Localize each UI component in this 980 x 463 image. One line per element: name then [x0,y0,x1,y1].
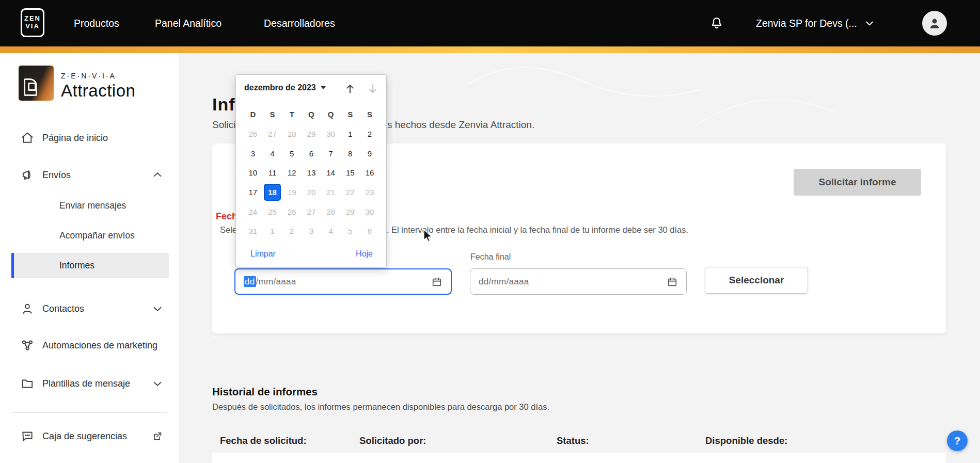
calendar-day[interactable]: 27 [302,202,321,221]
calendar-day-number: 18 [264,184,281,201]
sidebar-item-automaciones[interactable]: Automaciones de marketing [0,333,179,358]
calendar-day[interactable]: 29 [302,124,321,144]
calendar-day-number: 29 [342,203,359,220]
calendar-day[interactable]: 26 [243,124,263,144]
nav-item-panel-analitico[interactable]: Panel Analítico [155,0,222,46]
calendar-day[interactable]: 2 [360,124,380,144]
calendar-day[interactable]: 23 [360,183,380,202]
calendar-day[interactable]: 15 [340,163,360,183]
calendar-clear-link[interactable]: Limpar [250,249,276,259]
calendar-day[interactable]: 13 [302,163,321,183]
chevron-down-icon[interactable] [152,303,163,314]
fecha-final-label: Fecha final [470,252,511,262]
calendar-day[interactable]: 21 [321,183,341,202]
app-window: ZEN VIA Productos Panel Analítico Desarr… [0,0,980,463]
history-subtitle: Después de solicitados, los informes per… [212,402,549,412]
attraction-brand-text: Z·E·N·V·I·A Attraction [61,66,135,101]
calendar-day-number: 22 [342,184,359,201]
calendar-day[interactable]: 19 [282,183,302,202]
calendar-picker-icon[interactable] [667,276,678,288]
calendar-day[interactable]: 31 [243,221,263,241]
seleccionar-button[interactable]: Seleccionar [705,267,808,294]
sidebar-divider [12,412,167,413]
calendar-day-number: 26 [283,203,301,220]
calendar-day-number: 20 [303,184,320,201]
calendar-day[interactable]: 4 [321,221,341,241]
calendar-day[interactable]: 6 [302,144,321,164]
sidebar-item-envios[interactable]: Envíos [0,163,179,187]
calendar-day[interactable]: 9 [360,144,380,164]
calendar-day[interactable]: 26 [282,202,302,221]
calendar-day[interactable]: 1 [263,221,282,241]
calendar-month-selector[interactable]: dezembro de 2023 [244,83,326,92]
calendar-day-number: 30 [322,125,339,142]
calendar-day-header: T [282,107,302,121]
calendar-day-number: 31 [244,222,261,240]
calendar-day[interactable]: 4 [263,144,282,164]
calendar-day-number: 14 [322,164,339,181]
help-button[interactable]: ? [947,430,968,451]
calendar-day[interactable]: 24 [243,202,263,221]
calendar-day[interactable]: 5 [282,144,302,164]
attraction-brand[interactable]: Z·E·N·V·I·A Attraction [19,66,135,101]
calendar-day[interactable]: 20 [302,183,321,202]
zenvia-logo[interactable]: ZEN VIA [21,8,44,37]
calendar-day[interactable]: 28 [321,202,341,221]
notifications-bell-icon[interactable] [709,16,724,30]
sidebar-subitem-acompanar-envios[interactable]: Acompañar envíos [11,223,169,248]
sidebar-item-plantillas[interactable]: Plantillas de mensaje [0,371,179,396]
calendar-day[interactable]: 12 [282,163,302,183]
calendar-day-header: S [263,107,282,121]
sidebar-item-contactos[interactable]: Contactos [0,296,179,321]
sidebar-subitem-informes-active[interactable]: Informes [11,253,169,278]
calendar-day[interactable]: 3 [243,144,263,164]
calendar-day[interactable]: 30 [360,202,380,221]
calendar-day[interactable]: 28 [282,124,302,144]
sidebar-item-caja-de-sugerencias[interactable]: Caja de sugerencias [0,424,179,449]
calendar-day[interactable]: 30 [321,124,341,144]
calendar-day[interactable]: 7 [321,144,341,164]
sidebar-item-label: Página de inicio [42,133,108,143]
fecha-inicial-input[interactable]: dd/mm/aaaa [234,268,452,295]
calendar-day[interactable]: 17 [243,183,263,202]
sidebar-subitem-label: Informes [59,260,94,271]
date-segment-day-selected[interactable]: dd [244,276,256,287]
nav-item-productos[interactable]: Productos [74,0,119,46]
calendar-day[interactable]: 6 [360,221,380,241]
calendar-day[interactable]: 5 [340,221,360,241]
automation-nodes-icon [21,339,34,352]
calendar-day[interactable]: 25 [263,202,282,221]
calendar-day[interactable]: 1 [340,124,360,144]
chevron-down-icon[interactable] [152,378,163,389]
calendar-month-label: dezembro de 2023 [244,83,316,92]
nav-item-desarrolladores[interactable]: Desarrolladores [264,0,335,46]
account-switcher[interactable]: Zenvia SP for Devs (... [756,0,875,46]
calendar-day-number: 4 [322,222,339,240]
calendar-day[interactable]: 14 [321,163,341,183]
user-avatar[interactable] [922,11,947,36]
calendar-day[interactable]: 29 [340,202,360,221]
calendar-day[interactable]: 27 [263,124,282,144]
calendar-picker-icon[interactable] [431,276,442,288]
calendar-day[interactable]: 8 [340,144,360,164]
sidebar-item-pagina-de-inicio[interactable]: Página de inicio [0,125,179,150]
calendar-next-month-button[interactable] [366,82,380,95]
calendar-day[interactable]: 10 [243,163,263,183]
chevron-up-icon[interactable] [152,169,163,181]
fecha-final-placeholder: dd/mm/aaaa [479,277,529,287]
calendar-day[interactable]: 2 [282,221,302,241]
fecha-final-input[interactable]: dd/mm/aaaa [470,268,687,295]
sidebar-subitem-enviar-mensajes[interactable]: Enviar mensajes [11,193,169,218]
sidebar-subitem-label: Acompañar envíos [59,230,135,241]
calendar-day[interactable]: 3 [302,221,321,241]
calendar-day[interactable]: 11 [263,163,282,183]
solicitar-informe-button[interactable]: Solicitar informe [794,169,921,196]
calendar-day-number: 15 [342,164,359,181]
calendar-day-selected[interactable]: 18 [263,183,282,202]
date-segment-rest[interactable]: /mm/aaaa [256,277,296,286]
calendar-today-link[interactable]: Hoje [356,249,373,259]
calendar-day[interactable]: 16 [360,163,380,183]
calendar-previous-month-button[interactable] [343,82,357,95]
history-title: Historial de informes [212,386,318,398]
calendar-day[interactable]: 22 [340,183,360,202]
